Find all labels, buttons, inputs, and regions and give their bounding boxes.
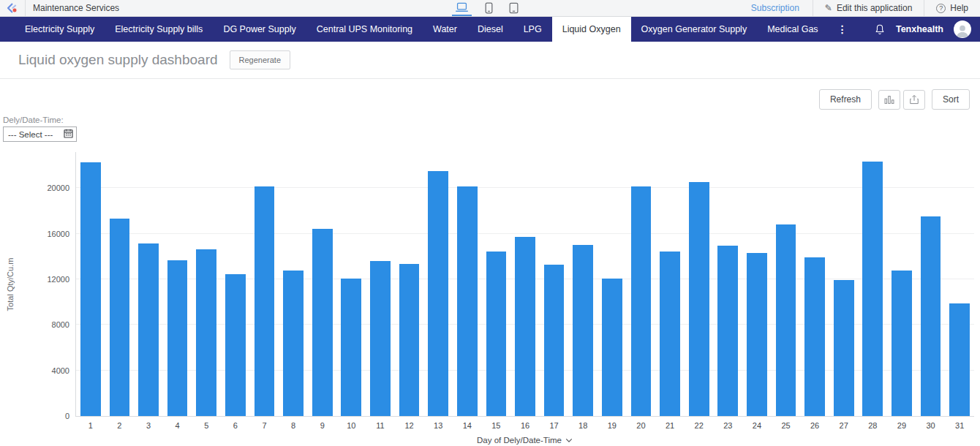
bar-day-11[interactable] bbox=[370, 261, 391, 416]
x-tick-label: 24 bbox=[753, 421, 761, 430]
date-filter: Dely/Date-Time: --- Select --- bbox=[3, 116, 77, 142]
x-tick-label: 11 bbox=[376, 421, 384, 430]
edit-application-button[interactable]: ✎ Edit this application bbox=[813, 0, 924, 16]
bar-day-29[interactable] bbox=[892, 271, 912, 416]
bar-day-16[interactable] bbox=[515, 237, 535, 416]
tab-liquid-oxygen[interactable]: Liquid Oxygen bbox=[552, 17, 631, 42]
more-tabs-icon[interactable]: ⋮ bbox=[829, 17, 856, 42]
chart-type-icon[interactable] bbox=[878, 90, 900, 110]
notifications-bell-icon[interactable] bbox=[874, 23, 886, 36]
x-axis-title[interactable]: Day of Dely/Date-Time bbox=[75, 436, 974, 445]
bar-day-25[interactable] bbox=[776, 224, 796, 416]
tab-medical-gas[interactable]: Medical Gas bbox=[757, 17, 828, 42]
bar-day-20[interactable] bbox=[631, 186, 652, 416]
bar-day-6[interactable] bbox=[225, 274, 246, 416]
page-title: Liquid oxygen supply dashboard bbox=[18, 52, 218, 68]
regenerate-button[interactable]: Regenerate bbox=[230, 50, 291, 69]
y-tick-label: 4000 bbox=[52, 366, 69, 375]
bar-day-2[interactable] bbox=[110, 219, 130, 416]
bar-day-23[interactable] bbox=[717, 246, 738, 416]
tab-lpg[interactable]: LPG bbox=[513, 17, 552, 42]
calendar-icon[interactable] bbox=[64, 128, 73, 141]
x-tick-label: 15 bbox=[491, 421, 500, 430]
x-tick-label: 30 bbox=[926, 421, 935, 430]
bar-day-1[interactable] bbox=[80, 162, 101, 416]
bar-day-13[interactable] bbox=[428, 171, 448, 416]
user-name[interactable]: Tenxhealth bbox=[896, 24, 943, 34]
bar-day-8[interactable] bbox=[283, 271, 304, 416]
bar-day-10[interactable] bbox=[341, 279, 361, 416]
device-preview-switch bbox=[452, 0, 521, 16]
bar-day-3[interactable] bbox=[138, 243, 159, 416]
y-tick-label: 16000 bbox=[47, 230, 69, 238]
bar-chart: Total Qty/Cu.m 0400080001200016000200001… bbox=[0, 152, 974, 445]
bar-day-17[interactable] bbox=[544, 265, 565, 416]
gridline bbox=[76, 233, 974, 234]
user-avatar[interactable] bbox=[954, 20, 971, 38]
y-axis-title: Total Qty/Cu.m bbox=[6, 258, 15, 311]
tab-dg-power-supply[interactable]: DG Power Supply bbox=[213, 17, 306, 42]
page-title-bar: Liquid oxygen supply dashboard Regenerat… bbox=[0, 42, 980, 79]
x-tick-label: 3 bbox=[146, 421, 151, 430]
bar-day-9[interactable] bbox=[312, 229, 333, 416]
tab-central-ups-monitoring[interactable]: Central UPS Monitoring bbox=[306, 17, 423, 42]
bar-day-15[interactable] bbox=[486, 252, 507, 416]
pencil-icon: ✎ bbox=[825, 3, 832, 13]
x-tick-label: 29 bbox=[897, 421, 906, 430]
bar-day-22[interactable] bbox=[689, 182, 709, 416]
x-tick-label: 27 bbox=[840, 421, 848, 430]
tab-electricity-supply-bills[interactable]: Electricity Supply bills bbox=[105, 17, 213, 42]
x-tick-label: 2 bbox=[117, 421, 121, 430]
x-tick-label: 4 bbox=[176, 421, 180, 430]
bar-day-21[interactable] bbox=[660, 252, 680, 416]
help-label: Help bbox=[950, 3, 968, 13]
x-tick-label: 9 bbox=[320, 421, 325, 430]
subscription-link[interactable]: Subscription bbox=[738, 3, 813, 13]
x-tick-label: 28 bbox=[868, 421, 877, 430]
bar-day-18[interactable] bbox=[573, 245, 593, 416]
main-navigation-bar: Electricity Supply Electricity Supply bi… bbox=[0, 17, 980, 42]
bar-day-5[interactable] bbox=[196, 249, 216, 416]
bar-day-4[interactable] bbox=[167, 260, 188, 416]
phone-icon[interactable] bbox=[482, 0, 496, 16]
chart-toolbar: Refresh Sort bbox=[819, 89, 970, 110]
date-select-value: --- Select --- bbox=[8, 130, 53, 139]
bar-day-30[interactable] bbox=[921, 216, 941, 416]
help-button[interactable]: ? Help bbox=[924, 0, 980, 16]
laptop-icon[interactable] bbox=[452, 0, 472, 16]
bar-day-27[interactable] bbox=[834, 280, 854, 416]
bar-day-31[interactable] bbox=[949, 303, 970, 416]
sort-button[interactable]: Sort bbox=[932, 89, 970, 110]
help-icon: ? bbox=[936, 4, 946, 13]
x-tick-label: 6 bbox=[233, 421, 238, 430]
export-icon[interactable] bbox=[903, 90, 925, 110]
navbar-right: Tenxhealth bbox=[874, 17, 980, 42]
tab-electricity-supply[interactable]: Electricity Supply bbox=[15, 17, 105, 42]
bar-day-28[interactable] bbox=[862, 162, 883, 416]
x-tick-label: 1 bbox=[88, 421, 93, 430]
tab-diesel[interactable]: Diesel bbox=[467, 17, 513, 42]
bar-day-19[interactable] bbox=[602, 279, 622, 416]
x-tick-label: 17 bbox=[549, 421, 558, 430]
x-tick-label: 18 bbox=[578, 421, 587, 430]
filter-label: Dely/Date-Time: bbox=[3, 116, 77, 124]
edit-application-label: Edit this application bbox=[837, 3, 912, 13]
date-select-input[interactable]: --- Select --- bbox=[3, 126, 77, 142]
bar-day-24[interactable] bbox=[747, 253, 767, 416]
x-tick-label: 26 bbox=[810, 421, 819, 430]
creator-logo-icon[interactable] bbox=[0, 2, 25, 14]
x-tick-label: 5 bbox=[204, 421, 208, 430]
bar-day-26[interactable] bbox=[804, 257, 825, 416]
tab-oxygen-generator-supply[interactable]: Oxygen Generator Supply bbox=[631, 17, 758, 42]
refresh-button[interactable]: Refresh bbox=[819, 89, 872, 110]
tablet-icon[interactable] bbox=[506, 0, 521, 16]
tab-water[interactable]: Water bbox=[423, 17, 467, 42]
x-tick-label: 8 bbox=[291, 421, 295, 430]
bar-day-12[interactable] bbox=[399, 264, 420, 416]
bar-day-14[interactable] bbox=[457, 186, 478, 416]
topbar-right: Subscription ✎ Edit this application ? H… bbox=[738, 0, 980, 16]
bar-day-7[interactable] bbox=[255, 186, 275, 416]
x-tick-label: 12 bbox=[404, 421, 413, 430]
y-tick-label: 20000 bbox=[47, 184, 69, 192]
topbar-left: Maintenance Services bbox=[0, 0, 119, 16]
